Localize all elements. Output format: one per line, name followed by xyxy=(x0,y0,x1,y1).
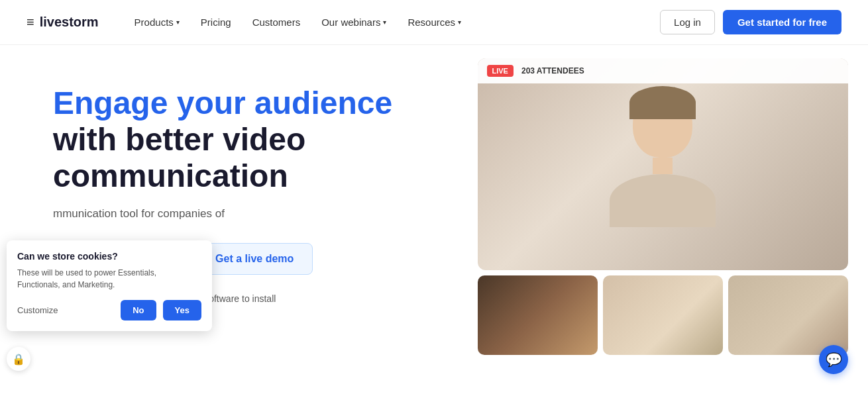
person-silhouette xyxy=(596,91,729,264)
nav-pricing[interactable]: Pricing xyxy=(191,11,241,33)
nav-actions: Log in Get started for free xyxy=(660,10,841,34)
cookie-title: Can we store cookies? xyxy=(17,251,201,262)
video-overlay: LIVE 203 ATTENDEES xyxy=(478,58,849,83)
cookie-yes-button[interactable]: Yes xyxy=(163,300,201,320)
webinars-chevron-icon: ▾ xyxy=(383,19,386,26)
hero-subtitle: mmunication tool for companies of xyxy=(53,205,451,222)
nav-resources[interactable]: Resources ▾ xyxy=(398,11,470,33)
hero-title: Engage your audience with better video c… xyxy=(53,85,451,195)
face xyxy=(633,91,692,158)
navbar: ≡ livestorm Products ▾ Pricing Customers… xyxy=(0,0,868,45)
logo[interactable]: ≡ livestorm xyxy=(27,15,99,30)
hair xyxy=(629,86,696,119)
main-content: Engage your audience with better video c… xyxy=(0,45,868,394)
resources-chevron-icon: ▾ xyxy=(458,19,461,26)
chat-icon: 💬 xyxy=(826,352,842,368)
cookie-text: These will be used to power Essentials, … xyxy=(17,267,201,291)
cookie-no-button[interactable]: No xyxy=(121,300,156,320)
logo-text: livestorm xyxy=(40,15,99,30)
hero-demo-button[interactable]: Get a live demo xyxy=(196,243,313,275)
nav-customers[interactable]: Customers xyxy=(243,11,310,33)
thumbnail-row xyxy=(478,275,849,355)
customize-link[interactable]: Customize xyxy=(17,305,114,315)
logo-icon: ≡ xyxy=(27,15,34,30)
lock-icon: 🔒 xyxy=(12,353,25,366)
thumbnail-3 xyxy=(728,275,848,355)
login-button[interactable]: Log in xyxy=(660,10,715,34)
nav-webinars[interactable]: Our webinars ▾ xyxy=(312,11,396,33)
lock-badge[interactable]: 🔒 xyxy=(7,347,30,371)
nav-links: Products ▾ Pricing Customers Our webinar… xyxy=(125,11,660,33)
video-person xyxy=(478,58,849,270)
hero-section: Engage your audience with better video c… xyxy=(0,45,478,394)
nav-products[interactable]: Products ▾ xyxy=(125,11,189,33)
cookie-buttons: Customize No Yes xyxy=(17,300,201,320)
hero-video-section: LIVE 203 ATTENDEES xyxy=(478,45,869,394)
thumbnail-1 xyxy=(478,275,598,355)
cookie-popup: Can we store cookies? These will be used… xyxy=(7,240,212,331)
chat-button[interactable]: 💬 xyxy=(819,345,848,374)
products-chevron-icon: ▾ xyxy=(176,19,180,26)
shoulders xyxy=(610,174,716,227)
thumbnail-2 xyxy=(603,275,723,355)
live-badge: LIVE xyxy=(487,65,514,77)
video-container: LIVE 203 ATTENDEES xyxy=(478,58,849,270)
neck xyxy=(653,158,673,174)
attendees-count: 203 ATTENDEES xyxy=(521,66,584,75)
get-started-button[interactable]: Get started for free xyxy=(723,10,841,34)
